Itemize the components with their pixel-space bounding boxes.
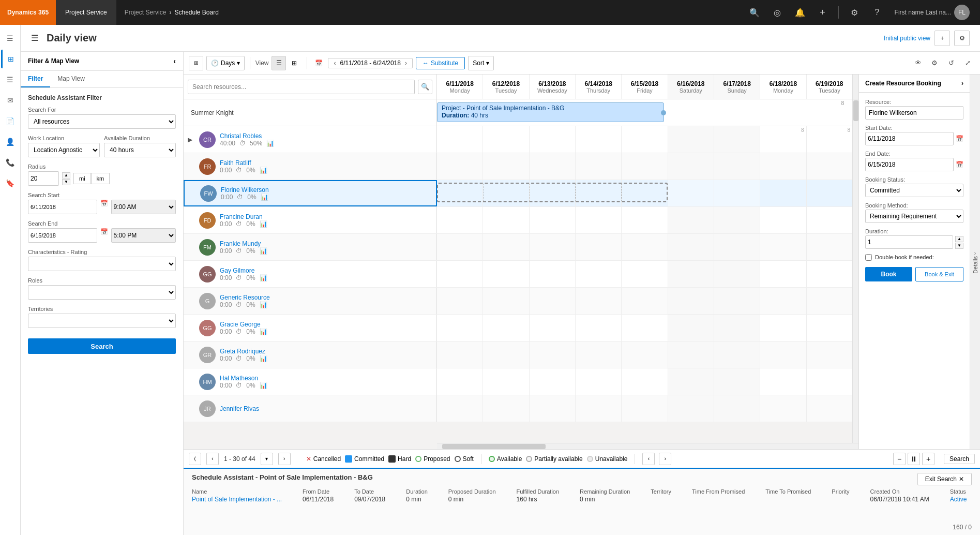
pager-first-btn[interactable]: ⟨ [189, 453, 201, 465]
characteristics-label: Characteristics - Rating [28, 249, 176, 255]
characteristics-select[interactable] [28, 257, 176, 271]
end-date-input[interactable] [865, 158, 954, 171]
start-date-calendar-icon[interactable]: 📅 [100, 200, 108, 214]
duration-up-btn[interactable]: ▲ [955, 236, 963, 242]
settings-view-btn[interactable]: ⚙ [954, 31, 970, 46]
pager-prev-btn[interactable]: ‹ [206, 453, 219, 465]
date-prev-btn[interactable]: ‹ [331, 60, 338, 67]
add-icon[interactable]: + [813, 3, 832, 22]
notification-icon[interactable]: 🔔 [791, 3, 809, 22]
substitute-btn[interactable]: ↔ Substitute [416, 57, 465, 69]
add-view-btn[interactable]: + [934, 31, 950, 46]
brand-logo[interactable]: Dynamics 365 [0, 0, 56, 25]
v-scrollbar[interactable] [852, 99, 858, 443]
duration-field: Duration: ▲ ▼ [865, 228, 963, 249]
start-date-input[interactable] [865, 132, 954, 145]
duration-down-btn[interactable]: ▼ [955, 243, 963, 249]
end-date-calendar-icon[interactable]: 📅 [956, 161, 963, 168]
zoom-in-btn[interactable]: + [922, 453, 934, 465]
initial-public-view-link[interactable]: Initial public view [884, 35, 930, 42]
tab-map-view[interactable]: Map View [50, 71, 92, 87]
expand-icon[interactable]: ⤢ [960, 56, 975, 70]
search-end-time[interactable]: 5:00 PM [111, 228, 176, 243]
search-end-date[interactable] [28, 228, 97, 243]
booking-resize-handle[interactable] [661, 110, 666, 115]
bottom-search-btn[interactable]: Search [944, 454, 975, 464]
help-icon[interactable]: ? [868, 3, 886, 22]
territories-select[interactable] [28, 314, 176, 328]
legend-committed: Committed [345, 455, 384, 463]
module-name[interactable]: Project Service [56, 0, 116, 25]
filter-panel-collapse[interactable]: ‹ [173, 57, 176, 65]
settings-icon[interactable]: ⚙ [845, 3, 864, 22]
pager-next-btn[interactable]: › [278, 453, 291, 465]
nav-doc[interactable]: 📄 [1, 112, 20, 130]
double-book-checkbox[interactable] [865, 254, 872, 261]
days-view-btn[interactable]: 🕐 Days ▾ [206, 56, 245, 70]
h-scrollbar[interactable] [437, 443, 858, 449]
nav-mail[interactable]: ✉ [1, 91, 20, 110]
end-date-calendar-icon[interactable]: 📅 [100, 228, 108, 243]
row-gracie: GG Gracie George 0:00⏱0%📊 [184, 315, 852, 341]
details-collapse-arrow[interactable]: › [974, 250, 976, 256]
christal-expand[interactable]: ▶ [188, 136, 195, 143]
duration-input[interactable] [865, 235, 953, 249]
radius-up-btn[interactable]: ▲ [62, 172, 70, 179]
sort-btn[interactable]: Sort ▾ [468, 56, 493, 70]
grid-view-btn[interactable]: ⊞ [287, 56, 301, 70]
radius-input[interactable] [28, 171, 59, 186]
search-start-date[interactable] [28, 200, 97, 214]
pager-next-2-btn[interactable]: › [659, 453, 671, 465]
nav-dashboard[interactable]: ⊞ [1, 50, 20, 68]
book-buttons-row: Book Book & Exit [865, 267, 963, 281]
nav-tasks[interactable]: ☰ [1, 70, 20, 89]
eye-icon[interactable]: 👁 [911, 56, 925, 70]
available-duration-label: Available Duration [104, 135, 176, 141]
zoom-out-btn[interactable]: − [893, 453, 906, 465]
start-date-calendar-icon[interactable]: 📅 [956, 135, 963, 142]
gear-icon[interactable]: ⚙ [927, 56, 942, 70]
search-resources-input[interactable] [188, 80, 415, 94]
summer-booking-block[interactable]: Project - Point of Sale Implementation -… [437, 102, 664, 122]
pager-prev-2-btn[interactable]: ‹ [642, 453, 655, 465]
resource-rows-scroll[interactable]: ▶ CR Christal Robles 40:00 ⏱ [184, 126, 852, 443]
search-btn[interactable]: 🔍 [418, 80, 432, 94]
nav-phone[interactable]: 📞 [1, 153, 20, 172]
booking-status-select[interactable]: Committed Proposed Hard Soft [865, 184, 963, 197]
nav-bookmark[interactable]: 🔖 [1, 174, 20, 192]
search-icon[interactable]: 🔍 [745, 3, 764, 22]
details-label[interactable]: Details [972, 256, 978, 274]
target-icon[interactable]: ◎ [768, 3, 787, 22]
refresh-icon[interactable]: ↺ [944, 56, 958, 70]
radius-km-btn[interactable]: km [91, 173, 110, 184]
book-button[interactable]: Book [865, 267, 912, 281]
sa-priority-label: Priority [832, 488, 849, 495]
list-view-btn[interactable]: ☰ [272, 56, 286, 70]
roles-select[interactable] [28, 285, 176, 300]
search-start-time[interactable]: 9:00 AM [111, 200, 176, 214]
search-for-select[interactable]: All resources [28, 114, 176, 129]
start-date-field: Start Date: 📅 [865, 125, 963, 145]
user-menu[interactable]: First name Last na... FL [891, 3, 974, 22]
nav-hamburger[interactable]: ☰ [1, 29, 20, 48]
sa-name-value[interactable]: Point of Sale Implementation - ... [192, 496, 282, 503]
work-location-select[interactable]: Location Agnostic [28, 143, 100, 157]
hamburger-btn[interactable]: ☰ [31, 33, 38, 43]
booking-method-select[interactable]: Remaining Requirement Full Requirement N… [865, 210, 963, 223]
grid-expand-btn[interactable]: ⊞ [189, 56, 203, 70]
exit-search-button[interactable]: Exit Search ✕ [917, 473, 972, 485]
radius-down-btn[interactable]: ▼ [62, 179, 70, 185]
date-next-btn[interactable]: › [403, 60, 409, 67]
radius-mi-btn[interactable]: mi [73, 173, 91, 184]
expand-booking-panel-btn[interactable]: › [961, 80, 963, 87]
resource-input[interactable] [865, 106, 963, 120]
nav-people[interactable]: 👤 [1, 132, 20, 151]
available-duration-select[interactable]: 40 hours [104, 143, 176, 157]
pager-expand-btn[interactable]: ▾ [261, 453, 273, 465]
filter-search-button[interactable]: Search [28, 338, 176, 354]
pause-btn[interactable]: ⏸ [908, 453, 920, 465]
calendar-icon[interactable]: 📅 [312, 57, 325, 69]
sa-status-value[interactable]: Active [950, 496, 967, 503]
tab-filter[interactable]: Filter [21, 71, 50, 87]
book-exit-button[interactable]: Book & Exit [915, 267, 963, 281]
